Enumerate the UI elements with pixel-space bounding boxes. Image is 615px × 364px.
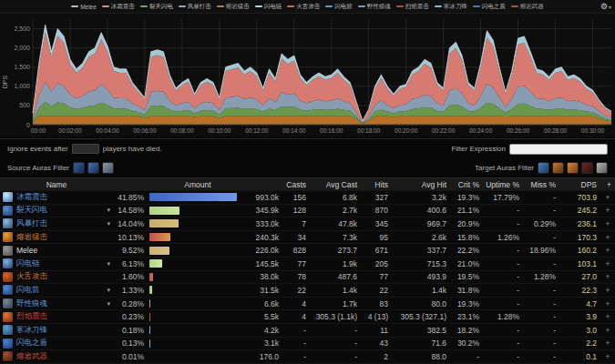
column-header-avg-hit[interactable]: Avg Hit [392,180,450,189]
casts-value: 4 [282,312,310,321]
lava-weapon-icon [2,350,14,362]
avg-hit-value: 88.0 [392,352,450,361]
ability-name: 裂天闪电 [16,205,47,216]
table-row[interactable]: 熔岩武器0.01%176.0--288.0---0.1+ [0,349,615,363]
chart-settings-button[interactable]: ⚙▾ [600,0,611,13]
avg-cast-value: - [310,339,361,348]
column-header-amount[interactable]: Amount [113,180,282,189]
column-header-uptime[interactable]: Uptime % [483,180,523,189]
target-aura-pencil-icon[interactable] [596,162,608,174]
table-row[interactable]: 火舌攻击1.60%38.0k78487.677493.919.5%-1.28%2… [0,270,615,284]
add-to-filter-button[interactable]: + [600,219,615,228]
add-to-filter-button[interactable]: + [600,326,615,335]
frost-shock-icon [2,191,14,203]
chart-axis-label: 00:24:00 [469,127,493,134]
target-aura-flame-icon[interactable] [567,162,579,174]
legend-item[interactable]: 寒冰刀锋 [435,3,467,11]
legend-item[interactable]: 烈焰震击 [396,3,429,11]
legend-item[interactable]: 闪电之盾 [473,3,506,11]
legend-item[interactable]: Melee [71,4,97,10]
source-aura-spell-icon-2[interactable] [87,162,99,174]
add-to-filter-button[interactable]: + [600,193,615,202]
dps-value: 3.9 [559,312,600,321]
table-row[interactable]: 寒冰刀锋0.18%4.2k--11382.518.2%--3.0+ [0,323,615,337]
amount-bar-cell [148,219,239,228]
casts-value: 34 [282,233,310,242]
table-row[interactable]: 烈焰震击0.23%5.5k4305.3 (1.1k)4 (13)305.3 (3… [0,309,615,323]
amount-value: 38.0k [239,272,282,281]
amount-bar-cell [148,339,239,348]
ability-name-cell: 裂天闪电▾ [0,205,113,217]
column-header-casts[interactable]: Casts [282,180,310,189]
legend-item-label: 冰霜震击 [111,3,135,11]
column-header-miss[interactable]: Miss % [523,180,559,189]
add-to-filter-button[interactable]: + [600,312,615,321]
ability-name-cell: 闪电之盾 [0,338,113,349]
legend-item[interactable]: 闪电箭 [325,3,353,11]
column-header-dps[interactable]: DPS [559,180,600,189]
target-aura-dark-icon[interactable] [581,162,593,174]
amount-value: 145.5k [239,259,282,268]
legend-item[interactable]: 熔岩猛击 [217,3,250,11]
chain-lightning-icon [2,258,14,269]
table-row[interactable]: 闪电之盾0.13%3.1k--4371.630.2%--2.2+ [0,337,615,350]
add-to-filter-button[interactable]: + [600,286,615,295]
add-to-filter-button[interactable]: + [600,206,615,215]
legend-color-dash-icon [473,5,480,7]
legend-item[interactable]: 裂天闪电 [140,3,173,11]
legend-item[interactable]: 风暴打击 [179,3,211,11]
target-aura-frame-icon[interactable] [552,162,564,174]
table-row[interactable]: 闪电箭▾1.33%31.5k221.4k221.4k31.8%--22.3+ [0,283,615,297]
table-row[interactable]: 闪电链▾6.13%145.5k771.9k205715.321.0%--103.… [0,257,615,270]
add-to-filter-button[interactable]: + [600,233,615,242]
add-to-filter-button[interactable]: + [600,259,615,268]
table-row[interactable]: 风暴打击▾14.04%333.0k747.8k345969.720.9%-0.2… [0,217,615,230]
target-aura-sphere-icon[interactable] [538,162,549,174]
source-aura-arrow-icon[interactable] [102,162,114,174]
legend-item[interactable]: 闪电链 [255,3,282,11]
avg-cast-value: 1.4k [310,286,361,295]
legend-item[interactable]: 火舌攻击 [287,3,320,11]
add-to-filter-button[interactable]: + [600,339,615,348]
dps-stacked-area-chart[interactable]: 05001,0001,5002,0002,50000:0000:02:0000:… [0,14,615,137]
column-header-[interactable]: + [600,180,615,189]
table-row[interactable]: 野性狼魂▾0.28%6.6k41.7k8380.019.3%--4.7+ [0,297,615,310]
chart-axis-label: 1,000 [14,83,30,89]
filter-expression-input[interactable] [509,144,608,155]
legend-item[interactable]: 野性狼魂 [358,3,391,11]
source-aura-filter-icons [73,162,114,174]
add-to-filter-button[interactable]: + [600,299,615,308]
column-header-crit[interactable]: Crit % [450,180,483,189]
chart-axis-label: 00:08:00 [170,127,194,134]
ability-name-cell: Melee [0,245,113,257]
ability-name-cell: 野性狼魂▾ [0,298,113,309]
column-header-hits[interactable]: Hits [361,180,392,189]
column-header-avg-cast[interactable]: Avg Cast [310,180,361,189]
ability-name: 熔岩猛击 [16,232,47,243]
legend-color-dash-icon [71,5,78,7]
table-row[interactable]: 熔岩猛击10.13%240.3k347.3k952.6k15.8%1.26%-1… [0,230,615,244]
legend-color-dash-icon [102,5,109,7]
chart-axis-label: 00:20:00 [395,127,418,134]
add-to-filter-button[interactable]: + [600,246,615,255]
source-aura-spell-icon-1[interactable] [73,162,85,174]
add-to-filter-button[interactable]: + [600,352,615,361]
crit-pct-value: 19.3% [450,299,483,308]
table-row[interactable]: 裂天闪电▾14.58%345.9k1282.7k870400.621.1%--2… [0,204,615,217]
legend-item[interactable]: 熔岩武器 [511,3,544,11]
chart-axis-label: 00:10:00 [208,127,231,134]
casts-value: 4 [282,299,310,308]
damage-table: NameAmountCastsAvg CastHitsAvg HitCrit %… [0,177,615,364]
chart-axis-label: 00:00 [31,127,46,134]
legend-item[interactable]: 冰霜震击 [102,3,135,11]
ability-name-cell: 闪电链▾ [0,258,113,269]
legend-item-label: 闪电链 [264,3,282,11]
table-row[interactable]: Melee9.52%226.0k828273.7671337.722.2%-18… [0,243,615,257]
players-died-input[interactable] [72,144,99,154]
ice-blade-icon [2,324,14,336]
add-to-filter-button[interactable]: + [600,272,615,281]
amount-percent: 1.33% [113,286,148,295]
miss-pct-value: - [523,352,559,361]
table-row[interactable]: 冰霜震击41.85%993.0k1566.8k3273.2k19.3%17.79… [0,190,615,204]
column-header-name[interactable]: Name [0,180,113,189]
